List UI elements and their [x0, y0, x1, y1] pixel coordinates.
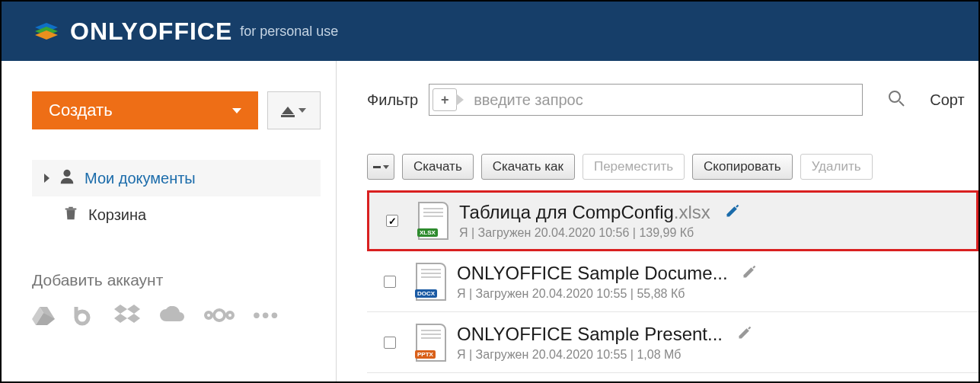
file-meta: Я | Загружен 20.04.2020 10:55 | 1,08 Мб	[457, 348, 971, 362]
svg-line-5	[899, 101, 904, 106]
file-meta: Я | Загружен 20.04.2020 10:56 | 139,99 К…	[459, 226, 969, 240]
edit-icon[interactable]	[725, 202, 740, 222]
account-provider-icons: •••	[32, 303, 321, 327]
sidebar-item-label: Корзина	[88, 206, 146, 224]
indeterminate-icon	[373, 166, 381, 168]
upload-icon	[282, 107, 294, 114]
search-icon[interactable]	[887, 89, 905, 110]
file-type-icon: DOCX	[411, 263, 451, 301]
move-button[interactable]: Переместить	[583, 154, 685, 180]
upload-button[interactable]	[267, 91, 321, 129]
filter-label: Фильтр	[367, 91, 418, 109]
svg-point-1	[214, 310, 225, 321]
caret-right-icon	[44, 174, 49, 183]
user-icon	[59, 168, 75, 189]
brand-name: ONLYOFFICE	[70, 18, 232, 46]
nextcloud-icon[interactable]	[204, 308, 235, 323]
add-account-label: Добавить аккаунт	[32, 271, 321, 289]
sidebar-item-my-documents[interactable]: Мои документы	[32, 160, 321, 196]
delete-button[interactable]: Удалить	[800, 154, 873, 180]
chevron-down-icon	[383, 165, 389, 169]
onedrive-icon[interactable]	[158, 306, 186, 324]
edit-icon[interactable]	[742, 263, 757, 283]
trash-icon	[62, 205, 79, 225]
main-content: Фильтр + Сорт Скачать Скачать как Переме…	[337, 61, 978, 381]
file-list: XLSX Таблица для CompConfig.xlsx Я | Заг…	[367, 190, 978, 373]
svg-point-2	[206, 312, 212, 318]
search-box: +	[429, 84, 863, 116]
sidebar: Создать Мои документы	[2, 61, 337, 381]
file-checkbox[interactable]	[384, 276, 396, 288]
sort-label[interactable]: Сорт	[930, 91, 964, 109]
sidebar-item-trash[interactable]: Корзина	[32, 196, 321, 233]
svg-point-0	[63, 169, 70, 176]
select-all-toggle[interactable]	[367, 154, 394, 180]
file-toolbar: Скачать Скачать как Переместить Скопиров…	[367, 154, 978, 180]
file-row[interactable]: PPTX ONLYOFFICE Sample Present... Я | За…	[367, 312, 978, 373]
box-icon[interactable]	[73, 304, 96, 327]
chevron-down-icon	[232, 108, 241, 113]
file-row[interactable]: XLSX Таблица для CompConfig.xlsx Я | Заг…	[367, 190, 978, 251]
file-name: ONLYOFFICE Sample Present...	[457, 324, 971, 345]
sidebar-item-label: Мои документы	[85, 170, 196, 187]
file-name: Таблица для CompConfig.xlsx	[459, 202, 969, 223]
search-input[interactable]	[457, 91, 862, 109]
download-button[interactable]: Скачать	[402, 154, 474, 180]
logo-icon	[32, 15, 61, 47]
download-as-button[interactable]: Скачать как	[481, 154, 575, 180]
file-checkbox[interactable]	[386, 215, 398, 227]
copy-button[interactable]: Скопировать	[692, 154, 793, 180]
more-icon[interactable]: •••	[253, 303, 279, 327]
file-name: ONLYOFFICE Sample Docume...	[457, 263, 971, 284]
app-header: ONLYOFFICE for personal use	[2, 2, 978, 61]
google-drive-icon[interactable]	[32, 305, 55, 325]
create-button[interactable]: Создать	[32, 91, 258, 129]
svg-point-3	[227, 312, 233, 318]
chevron-down-icon	[298, 108, 306, 113]
file-type-icon: XLSX	[413, 202, 453, 240]
edit-icon[interactable]	[737, 324, 752, 344]
svg-point-4	[889, 91, 900, 102]
file-row[interactable]: DOCX ONLYOFFICE Sample Docume... Я | Заг…	[367, 251, 978, 312]
file-type-icon: PPTX	[411, 324, 451, 362]
file-meta: Я | Загружен 20.04.2020 10:55 | 55,88 Кб	[457, 287, 971, 301]
file-checkbox[interactable]	[384, 337, 396, 349]
dropbox-icon[interactable]	[114, 305, 140, 326]
add-filter-button[interactable]: +	[433, 88, 457, 111]
brand-tagline: for personal use	[240, 24, 338, 40]
create-button-label: Создать	[49, 101, 113, 120]
